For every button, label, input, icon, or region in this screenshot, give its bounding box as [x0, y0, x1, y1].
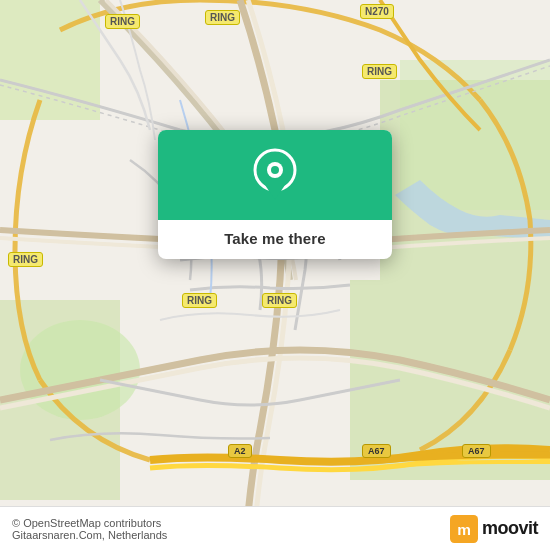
ring-label-4: RING	[8, 252, 43, 267]
popup-header	[158, 130, 392, 220]
ring-label-1: RING	[105, 14, 140, 29]
popup-card: Take me there	[158, 130, 392, 259]
footer: © OpenStreetMap contributors Gitaarsnare…	[0, 506, 550, 550]
svg-marker-7	[263, 182, 287, 200]
take-me-there-button[interactable]: Take me there	[224, 230, 326, 247]
ring-label-6: RING	[262, 293, 297, 308]
moovit-brand-text: moovit	[482, 518, 538, 539]
site-name: Gitaarsnaren.Com, Netherlands	[12, 529, 167, 541]
popup-body[interactable]: Take me there	[158, 220, 392, 259]
attribution: © OpenStreetMap contributors	[12, 517, 167, 529]
moovit-icon: m	[450, 515, 478, 543]
a67-label-1: A67	[362, 444, 391, 458]
n270-label: N270	[360, 4, 394, 19]
a67-label-2: A67	[462, 444, 491, 458]
ring-label-2: RING	[205, 10, 240, 25]
svg-text:m: m	[457, 520, 471, 537]
ring-label-5: RING	[182, 293, 217, 308]
footer-info: © OpenStreetMap contributors Gitaarsnare…	[12, 517, 167, 541]
ring-label-3: RING	[362, 64, 397, 79]
moovit-logo: m moovit	[450, 515, 538, 543]
a2-label: A2	[228, 444, 252, 458]
svg-point-9	[271, 166, 279, 174]
map-roads	[0, 0, 550, 550]
map-container: RING RING N270 RING RING RING RING Domme…	[0, 0, 550, 550]
location-pin-icon	[250, 148, 300, 206]
